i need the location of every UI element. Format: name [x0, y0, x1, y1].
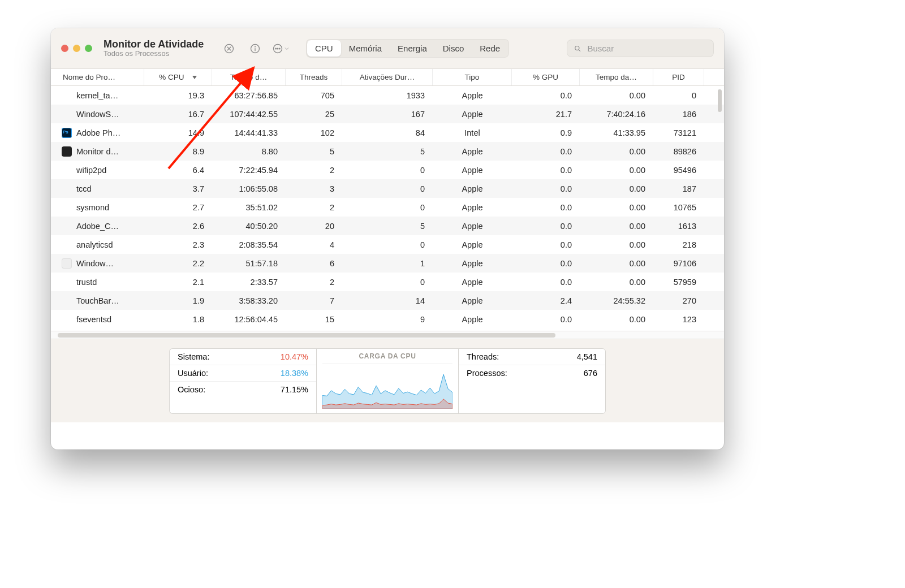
tab-disco[interactable]: Disco — [435, 40, 472, 57]
search-input[interactable] — [586, 43, 707, 54]
column-header[interactable]: Ativações Dur… — [342, 69, 433, 85]
stop-icon — [223, 43, 235, 54]
table-row[interactable]: fseventsd1.812:56:04.45159Apple0.00.0012… — [51, 310, 724, 328]
process-name: WindowS… — [76, 110, 119, 119]
table-row[interactable]: trustd2.12:33.5720Apple0.00.0057959 — [51, 273, 724, 291]
activity-monitor-window: Monitor de Atividade Todos os Processos … — [51, 28, 724, 449]
cell: 2:08:35.54 — [212, 240, 286, 249]
table-row[interactable]: wifip2pd6.47:22:45.9420Apple0.00.0095496 — [51, 161, 724, 179]
scrollbar-thumb[interactable] — [58, 333, 555, 338]
cell: 2.4 — [512, 296, 580, 305]
column-header[interactable]: Tipo — [433, 69, 512, 85]
table-row[interactable]: tccd3.71:06:55.0830Apple0.00.00187 — [51, 179, 724, 198]
process-name-cell: Adobe_C… — [59, 221, 144, 231]
cell: Intel — [433, 128, 512, 137]
more-options-button[interactable] — [272, 40, 290, 58]
table-row[interactable]: WindowS…16.7107:44:42.5525167Apple21.77:… — [51, 105, 724, 123]
process-name-cell: analyticsd — [59, 240, 144, 250]
column-header[interactable]: Tempo d… — [212, 69, 286, 85]
process-table[interactable]: kernel_ta…19.363:27:56.857051933Apple0.0… — [51, 86, 724, 331]
cell: 1.8 — [144, 315, 212, 324]
column-header[interactable]: % GPU — [512, 69, 580, 85]
cell: Apple — [433, 166, 512, 175]
summary-row: Ocioso:71.15% — [170, 382, 316, 397]
cell: 6 — [286, 259, 342, 268]
tab-memória[interactable]: Memória — [341, 40, 390, 57]
cell: 10765 — [653, 203, 704, 212]
cell: 19.3 — [144, 91, 212, 100]
cell: 705 — [286, 91, 342, 100]
chart-title: CARGA DA CPU — [322, 352, 453, 364]
cell: 24:55.32 — [580, 296, 653, 305]
tab-energia[interactable]: Energia — [390, 40, 435, 57]
vertical-scrollbar[interactable] — [718, 89, 722, 112]
process-name-cell: Monitor d… — [59, 146, 144, 157]
cell: Apple — [433, 184, 512, 193]
cell: 2 — [286, 203, 342, 212]
cell: 0.00 — [580, 91, 653, 100]
column-header[interactable]: PID — [653, 69, 704, 85]
tab-cpu[interactable]: CPU — [307, 40, 341, 57]
process-name: fseventsd — [76, 315, 111, 324]
app-icon — [62, 258, 72, 269]
table-row[interactable]: Adobe_C…2.640:50.20205Apple0.00.001613 — [51, 217, 724, 235]
cell: 0.00 — [580, 278, 653, 287]
toolbar: Monitor de Atividade Todos os Processos … — [51, 28, 724, 69]
inspect-process-button[interactable] — [246, 40, 264, 58]
table-row[interactable]: sysmond2.735:51.0220Apple0.00.0010765 — [51, 198, 724, 217]
cell: Apple — [433, 222, 512, 231]
cell: 186 — [653, 110, 704, 119]
summary-value: 18.38% — [281, 369, 308, 378]
cell: 0.00 — [580, 147, 653, 156]
horizontal-scrollbar[interactable] — [51, 331, 724, 339]
window-controls — [61, 45, 92, 52]
table-row[interactable]: Adobe Ph…14.914:44:41.3310284Intel0.941:… — [51, 123, 724, 142]
column-header[interactable]: Threads — [286, 69, 342, 85]
window-title: Monitor de Atividade — [104, 38, 211, 50]
process-name: Monitor d… — [76, 147, 119, 156]
summary-row: Processos:676 — [459, 365, 605, 381]
table-row[interactable]: Window…2.251:57.1861Apple0.00.0097106 — [51, 254, 724, 273]
stop-process-button[interactable] — [220, 40, 238, 58]
minimize-window-button[interactable] — [73, 45, 80, 52]
cell: 0.0 — [512, 91, 580, 100]
cell: 187 — [653, 184, 704, 193]
cell: 0.0 — [512, 222, 580, 231]
column-header[interactable]: % CPU — [144, 69, 212, 85]
cell: 1933 — [342, 91, 433, 100]
table-row[interactable]: kernel_ta…19.363:27:56.857051933Apple0.0… — [51, 86, 724, 105]
cell: 14.9 — [144, 128, 212, 137]
cell: 0.9 — [512, 128, 580, 137]
cell: 7 — [286, 296, 342, 305]
cell: 4 — [286, 240, 342, 249]
summary-label: Sistema: — [178, 352, 209, 361]
cell: 107:44:42.55 — [212, 110, 286, 119]
column-header[interactable]: Nome do Pro… — [59, 69, 144, 85]
cell: 0 — [342, 203, 433, 212]
process-name: Adobe_C… — [76, 222, 119, 231]
cell: 7:22:45.94 — [212, 166, 286, 175]
cell: 6.4 — [144, 166, 212, 175]
close-window-button[interactable] — [61, 45, 68, 52]
cell: 0 — [342, 240, 433, 249]
zoom-window-button[interactable] — [85, 45, 92, 52]
process-name-cell: WindowS… — [59, 109, 144, 119]
cell: 0.0 — [512, 259, 580, 268]
cell: 0.00 — [580, 166, 653, 175]
cell: 1613 — [653, 222, 704, 231]
table-row[interactable]: Monitor d…8.98.8055Apple0.00.0089826 — [51, 142, 724, 161]
cell: 35:51.02 — [212, 203, 286, 212]
svg-line-11 — [579, 49, 580, 51]
tab-rede[interactable]: Rede — [472, 40, 508, 57]
cell: 0 — [342, 166, 433, 175]
cell: 97106 — [653, 259, 704, 268]
counts-panel: Threads:4,541Processos:676 — [459, 348, 606, 414]
table-row[interactable]: TouchBar…1.93:58:33.20714Apple2.424:55.3… — [51, 291, 724, 310]
window-subtitle: Todos os Processos — [104, 50, 211, 58]
cell: 51:57.18 — [212, 259, 286, 268]
search-field[interactable] — [567, 40, 714, 57]
table-row[interactable]: analyticsd2.32:08:35.5440Apple0.00.00218 — [51, 235, 724, 254]
cell: 0 — [342, 184, 433, 193]
column-header[interactable]: Tempo da… — [580, 69, 653, 85]
svg-point-10 — [575, 46, 579, 50]
